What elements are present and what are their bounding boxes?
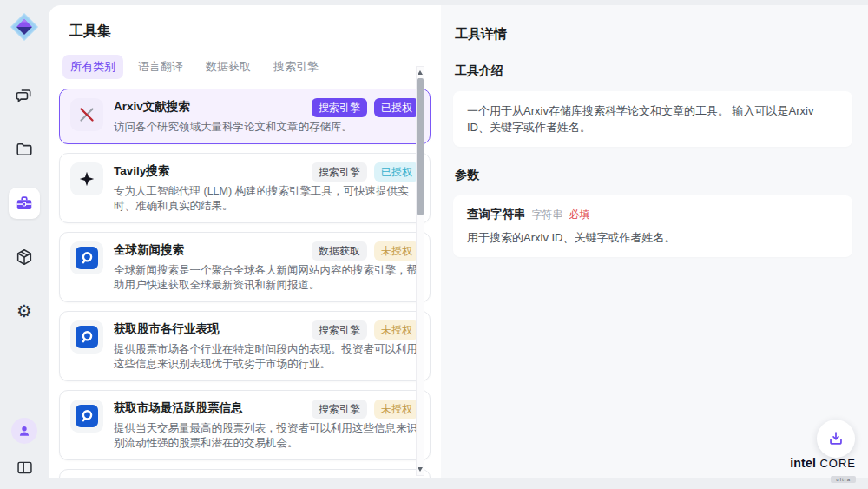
category-badge: 搜索引擎 xyxy=(312,320,367,340)
toolbox-icon-active[interactable] xyxy=(9,188,40,219)
auth-status-badge: 已授权 xyxy=(374,98,419,117)
tool-card-global-news[interactable]: 全球新闻搜索 数据获取 未授权 全球新闻搜索是一个聚合全球各大新闻网站内容的搜索… xyxy=(59,232,431,302)
core-wordmark: CORE xyxy=(819,457,856,470)
list-scrollbar[interactable] xyxy=(416,66,424,476)
scrollbar-down-arrow-icon[interactable] xyxy=(418,467,423,472)
tab-all-categories[interactable]: 所有类别 xyxy=(62,55,123,79)
intel-wordmark: intel xyxy=(790,456,816,470)
tool-name: 获取股市各行业表现 xyxy=(114,320,220,337)
param-required-flag: 必填 xyxy=(569,208,590,222)
search-q-logo-icon xyxy=(70,241,103,274)
tool-card-list: Arxiv文献搜索 搜索引擎 已授权 访问各个研究领域大量科学论文和文章的存储库… xyxy=(59,89,431,478)
tool-card-tavily[interactable]: Tavily搜索 搜索引擎 已授权 专为人工智能代理 (LLM) 构建的搜索引擎… xyxy=(59,153,431,223)
sidebar-rail: ⚙ xyxy=(0,0,49,489)
param-description: 用于搜索的Arxiv ID、关键字或作者姓名。 xyxy=(467,230,838,246)
tool-name: Tavily搜索 xyxy=(114,162,169,179)
param-type: 字符串 xyxy=(532,208,563,222)
category-badge: 数据获取 xyxy=(312,241,367,261)
settings-gear-icon[interactable]: ⚙ xyxy=(9,295,40,327)
category-badge: 搜索引擎 xyxy=(312,400,367,419)
panel-layout-icon[interactable] xyxy=(11,454,37,480)
auth-status-badge: 已授权 xyxy=(374,162,419,182)
search-q-logo-icon xyxy=(70,400,103,433)
download-button[interactable] xyxy=(817,420,855,458)
param-card: 查询字符串 字符串 必填 用于搜索的Arxiv ID、关键字或作者姓名。 xyxy=(453,195,852,257)
download-icon xyxy=(826,429,845,448)
ultra-badge: ultra xyxy=(831,476,856,483)
scrollbar-up-arrow-icon[interactable] xyxy=(418,70,423,75)
tool-card-active-stocks[interactable]: 获取市场最活跃股票信息 搜索引擎 未授权 提供当天交易量最高的股票列表，投资者可… xyxy=(59,390,431,460)
auth-status-badge: 未授权 xyxy=(374,241,419,261)
tool-description: 提供股票市场各个行业在特定时间段内的表现。投资者可以利用这些信息来识别表现优于或… xyxy=(114,342,419,372)
tool-description: 专为人工智能代理 (LLM) 构建的搜索引擎工具，可快速提供实时、准确和真实的结… xyxy=(114,184,419,214)
category-badge: 搜索引擎 xyxy=(312,98,367,117)
tool-card-arxiv[interactable]: Arxiv文献搜索 搜索引擎 已授权 访问各个研究领域大量科学论文和文章的存储库… xyxy=(59,89,431,144)
tool-card-region-news[interactable]: 万维地区新闻查询 搜索引擎 未授权 查询具体行政区划内的新闻，快速了解各地新闻动 xyxy=(59,469,431,478)
tavily-star-logo-icon xyxy=(70,162,103,195)
intel-core-logo: intel CORE ultra xyxy=(790,456,856,484)
auth-status-badge: 未授权 xyxy=(374,400,419,419)
tool-card-stock-sectors[interactable]: 获取股市各行业表现 搜索引擎 未授权 提供股票市场各个行业在特定时间段内的表现。… xyxy=(59,311,431,381)
tool-description: 访问各个研究领域大量科学论文和文章的存储库。 xyxy=(114,120,419,135)
tool-description: 全球新闻搜索是一个聚合全球各大新闻网站内容的搜索引擎，帮助用户快速获取全球最新资… xyxy=(114,263,419,293)
category-badge: 搜索引擎 xyxy=(312,162,367,182)
detail-title: 工具详情 xyxy=(455,26,852,43)
package-icon[interactable] xyxy=(9,241,40,273)
tool-detail-panel: 工具详情 工具介绍 一个用于从Arxiv存储库搜索科学论文和文章的工具。 输入可… xyxy=(441,5,868,478)
params-heading: 参数 xyxy=(455,168,852,183)
intro-text: 一个用于从Arxiv存储库搜索科学论文和文章的工具。 输入可以是Arxiv ID… xyxy=(467,102,838,135)
intro-heading: 工具介绍 xyxy=(455,63,852,79)
chat-icon[interactable] xyxy=(9,80,40,111)
folder-icon[interactable] xyxy=(9,134,40,165)
category-tabs: 所有类别 语言翻译 数据获取 搜索引擎 xyxy=(62,55,441,79)
page-title: 工具集 xyxy=(69,23,441,41)
arxiv-x-logo-icon xyxy=(70,98,103,131)
tab-language-translation[interactable]: 语言翻译 xyxy=(130,55,191,79)
intro-card: 一个用于从Arxiv存储库搜索科学论文和文章的工具。 输入可以是Arxiv ID… xyxy=(453,91,852,147)
search-q-logo-icon xyxy=(70,320,103,354)
tab-data-fetch[interactable]: 数据获取 xyxy=(198,55,259,79)
tab-search-engine[interactable]: 搜索引擎 xyxy=(266,55,326,79)
tool-description: 提供当天交易量最高的股票列表，投资者可以利用这些信息来识别流动性强的股票和潜在的… xyxy=(114,421,419,451)
tool-name: 全球新闻搜索 xyxy=(114,241,184,258)
auth-status-badge: 未授权 xyxy=(374,320,419,340)
user-avatar[interactable] xyxy=(11,418,37,444)
tool-name: Arxiv文献搜索 xyxy=(114,98,190,115)
tool-name: 获取市场最活跃股票信息 xyxy=(114,400,243,416)
scrollbar-thumb[interactable] xyxy=(417,78,424,215)
tool-list-panel: 工具集 所有类别 语言翻译 数据获取 搜索引擎 Arxiv文献搜索 xyxy=(49,5,441,478)
param-name: 查询字符串 xyxy=(467,207,526,222)
app-logo-icon[interactable] xyxy=(10,12,39,42)
